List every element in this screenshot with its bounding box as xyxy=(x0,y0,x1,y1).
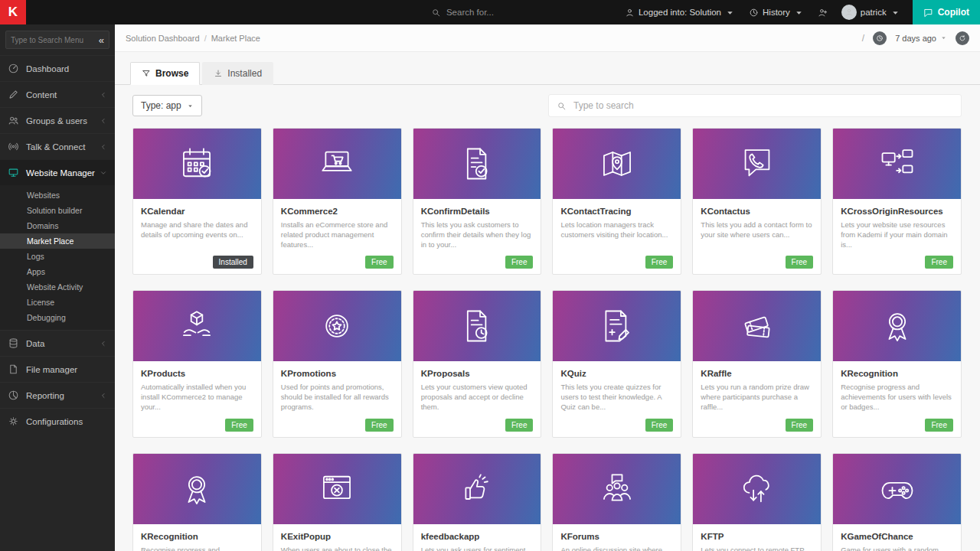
history-menu[interactable]: History xyxy=(749,8,804,18)
badge-row: Free xyxy=(281,249,394,269)
time-range-button[interactable] xyxy=(873,31,887,45)
app-card-krecognition[interactable]: KRecognitionRecognise progress and achie… xyxy=(832,290,962,437)
app-card-body: KCommerce2Installs an eCommerce store an… xyxy=(273,199,401,274)
breadcrumb-item-market-place[interactable]: Market Place xyxy=(211,34,260,43)
app-card-body: KGameOfChanceGame for users with a rando… xyxy=(833,524,961,551)
app-card-kforums[interactable]: KForumsAn online discussion site where p… xyxy=(552,453,681,551)
topbar: K Logged into: Solution History patrick … xyxy=(0,0,980,24)
global-search[interactable] xyxy=(431,8,611,18)
menu-search[interactable]: « xyxy=(5,31,109,49)
app-card-krecognition[interactable]: KRecognitionRecognise progress and achie… xyxy=(132,453,262,551)
sidebar-subitem-apps[interactable]: Apps xyxy=(0,264,115,279)
sidebar-subitem-website-activity[interactable]: Website Activity xyxy=(0,279,115,295)
app-card-kfeedbackapp[interactable]: kfeedbackappLets you ask users for senti… xyxy=(413,453,542,551)
app-name: KContactTracing xyxy=(560,207,673,216)
app-card-kcontactus[interactable]: KContactusThis lets you add a contact fo… xyxy=(692,128,822,275)
sidebar-item-configurations[interactable]: Configurations xyxy=(0,408,115,434)
add-user-button[interactable] xyxy=(818,8,828,18)
sidebar-item-data[interactable]: Data xyxy=(0,330,115,356)
global-search-input[interactable] xyxy=(446,8,592,17)
app-card-kcontacttracing[interactable]: KContactTracingLets location managers tr… xyxy=(552,128,681,275)
sidebar-subitem-domains[interactable]: Domains xyxy=(0,218,115,233)
refresh-icon xyxy=(959,34,966,42)
badge-row: Free xyxy=(281,412,394,432)
app-badge: Free xyxy=(505,256,534,269)
app-tile-image xyxy=(133,454,261,524)
menu-search-input[interactable] xyxy=(11,36,96,44)
app-card-kconfirmdetails[interactable]: KConfirmDetailsThis lets you ask custome… xyxy=(413,128,542,275)
broadcast-icon xyxy=(8,141,19,152)
sidebar-item-reporting[interactable]: Reporting xyxy=(0,382,115,408)
app-card-kproposals[interactable]: KProposalsLets your customers view quote… xyxy=(413,290,542,437)
app-card-kcalendar[interactable]: KCalendarManage and share the dates and … xyxy=(132,128,262,275)
app-card-kgameofchance[interactable]: KGameOfChanceGame for users with a rando… xyxy=(832,453,962,551)
sidebar-subitem-license[interactable]: License xyxy=(0,295,115,310)
app-tile-image xyxy=(833,291,961,361)
clock-icon xyxy=(749,8,759,18)
sidebar-subitem-solution-builder[interactable]: Solution builder xyxy=(0,203,115,218)
app-tile-image xyxy=(273,454,401,524)
laptop-cart-icon xyxy=(317,144,357,184)
badge-row: Installed xyxy=(141,249,253,269)
gauge-icon xyxy=(8,63,19,74)
page-actions: / 7 days ago xyxy=(862,31,969,45)
kademi-logo[interactable]: K xyxy=(0,0,26,24)
app-tile-image xyxy=(693,129,821,199)
app-name: KRecognition xyxy=(841,369,953,378)
app-card-kftp[interactable]: KFTPLets you connect to remote FTP serve… xyxy=(692,453,822,551)
user-menu[interactable]: patrick xyxy=(841,5,900,20)
app-name: KGameOfChance xyxy=(841,532,953,541)
tab-installed[interactable]: Installed xyxy=(202,62,273,85)
app-card-body: KProductsAutomatically installed when yo… xyxy=(133,361,261,436)
app-card-kproducts[interactable]: KProductsAutomatically installed when yo… xyxy=(132,290,262,437)
sidebar-item-content[interactable]: Content xyxy=(0,81,115,107)
tab-browse[interactable]: Browse xyxy=(130,62,200,85)
app-card-kraffle[interactable]: KRaffleLets you run a random prize draw … xyxy=(692,290,822,437)
sidebar-item-label: File manager xyxy=(26,365,77,374)
app-tile-image xyxy=(133,291,261,361)
app-card-body: KPromotionsUsed for points and promotion… xyxy=(273,361,401,436)
app-card-kcommerce2[interactable]: KCommerce2Installs an eCommerce store an… xyxy=(273,128,402,275)
tab-bar: BrowseInstalled xyxy=(115,52,980,85)
sidebar-subitem-logs[interactable]: Logs xyxy=(0,249,115,264)
app-search-input[interactable] xyxy=(573,100,953,111)
chat-icon xyxy=(923,8,933,18)
refresh-button[interactable] xyxy=(956,31,969,45)
app-description: Lets your customers view quoted proposal… xyxy=(421,383,534,412)
main-content: Solution Dashboard/Market Place / 7 days… xyxy=(115,24,980,551)
award-ribbon-icon xyxy=(177,469,217,509)
logged-into-menu[interactable]: Logged into: Solution xyxy=(625,8,735,18)
username-label: patrick xyxy=(861,8,887,17)
sidebar-subitem-websites[interactable]: Websites xyxy=(0,187,115,203)
app-card-body: KRecognitionRecognise progress and achie… xyxy=(833,361,961,436)
app-tile-image xyxy=(413,291,541,361)
app-card-kcrossoriginresources[interactable]: KCrossOriginResourcesLets your website u… xyxy=(832,128,962,275)
sidebar-item-talk-connect[interactable]: Talk & Connect xyxy=(0,133,115,159)
app-card-body: KConfirmDetailsThis lets you ask custome… xyxy=(413,199,541,274)
app-card-kexitpopup[interactable]: KExitPopupWhen users are about to close … xyxy=(273,453,402,551)
sidebar-item-groups-users[interactable]: Groups & users xyxy=(0,107,115,133)
users-icon xyxy=(8,115,19,126)
sidebar-subitem-debugging[interactable]: Debugging xyxy=(0,310,115,325)
app-card-kpromotions[interactable]: KPromotionsUsed for points and promotion… xyxy=(273,290,402,437)
app-name: KFTP xyxy=(701,532,813,541)
document-check-icon xyxy=(457,144,497,184)
app-tile-image xyxy=(693,291,821,361)
app-name: KProducts xyxy=(141,369,253,378)
copilot-button[interactable]: Copilot xyxy=(913,0,980,24)
time-filter-dropdown[interactable]: 7 days ago xyxy=(895,34,947,43)
sidebar-item-dashboard[interactable]: Dashboard xyxy=(0,55,115,81)
app-name: KProposals xyxy=(421,369,534,378)
type-filter-dropdown[interactable]: Type: app xyxy=(132,95,202,116)
breadcrumb-item-solution-dashboard[interactable]: Solution Dashboard xyxy=(126,34,200,43)
app-search[interactable] xyxy=(548,94,962,117)
app-card-kquiz[interactable]: KQuizThis lets you create quizzes for us… xyxy=(552,290,681,437)
app-name: KExitPopup xyxy=(281,532,394,541)
app-badge: Free xyxy=(645,419,674,432)
sidebar-item-website-manager[interactable]: Website Manager xyxy=(0,159,115,185)
sidebar-item-file-manager[interactable]: File manager xyxy=(0,356,115,382)
app-badge: Free xyxy=(365,419,394,432)
collapse-sidebar-icon[interactable]: « xyxy=(96,35,104,45)
sidebar-subitem-market-place[interactable]: Market Place xyxy=(0,233,115,249)
file-icon xyxy=(8,364,19,375)
